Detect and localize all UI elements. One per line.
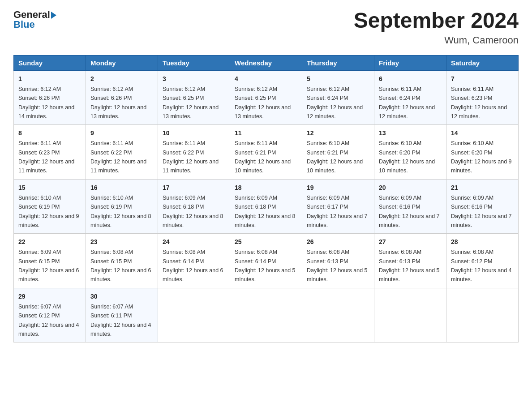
day-number: 20: [379, 183, 442, 193]
calendar-day-cell: 1 Sunrise: 6:12 AMSunset: 6:26 PMDayligh…: [14, 70, 86, 125]
calendar-day-cell: 25 Sunrise: 6:08 AMSunset: 6:14 PMDaylig…: [230, 234, 302, 288]
day-info: Sunrise: 6:09 AMSunset: 6:16 PMDaylight:…: [379, 195, 440, 228]
weekday-header: Wednesday: [230, 55, 302, 70]
day-number: 19: [307, 183, 369, 193]
day-number: 24: [163, 237, 225, 247]
day-info: Sunrise: 6:09 AMSunset: 6:18 PMDaylight:…: [163, 195, 223, 228]
day-number: 5: [307, 74, 369, 84]
logo-block: General Blue: [13, 9, 56, 30]
calendar-day-cell: 30 Sunrise: 6:07 AMSunset: 6:11 PMDaylig…: [86, 288, 158, 342]
calendar-day-cell: 28 Sunrise: 6:08 AMSunset: 6:12 PMDaylig…: [446, 234, 519, 288]
day-info: Sunrise: 6:09 AMSunset: 6:18 PMDaylight:…: [235, 195, 296, 228]
calendar-day-cell: 13 Sunrise: 6:10 AMSunset: 6:20 PMDaylig…: [374, 125, 446, 180]
day-info: Sunrise: 6:11 AMSunset: 6:23 PMDaylight:…: [451, 86, 507, 120]
calendar-day-cell: [374, 288, 446, 342]
page-subtitle: Wum, Cameroon: [354, 34, 519, 46]
day-info: Sunrise: 6:08 AMSunset: 6:13 PMDaylight:…: [379, 249, 440, 283]
day-number: 4: [235, 74, 297, 84]
day-number: 12: [307, 128, 369, 138]
day-info: Sunrise: 6:11 AMSunset: 6:22 PMDaylight:…: [163, 140, 219, 174]
day-info: Sunrise: 6:12 AMSunset: 6:26 PMDaylight:…: [18, 86, 74, 120]
day-number: 21: [451, 183, 514, 193]
day-number: 17: [163, 183, 225, 193]
day-info: Sunrise: 6:08 AMSunset: 6:12 PMDaylight:…: [451, 249, 512, 283]
day-info: Sunrise: 6:12 AMSunset: 6:25 PMDaylight:…: [163, 86, 219, 120]
weekday-header: Monday: [86, 55, 158, 70]
day-info: Sunrise: 6:08 AMSunset: 6:15 PMDaylight:…: [90, 249, 151, 283]
day-number: 22: [18, 237, 81, 247]
weekday-header-row: SundayMondayTuesdayWednesdayThursdayFrid…: [14, 55, 519, 70]
calendar-week-row: 22 Sunrise: 6:09 AMSunset: 6:15 PMDaylig…: [14, 234, 519, 288]
calendar-day-cell: 10 Sunrise: 6:11 AMSunset: 6:22 PMDaylig…: [158, 125, 230, 180]
calendar-day-cell: 17 Sunrise: 6:09 AMSunset: 6:18 PMDaylig…: [158, 179, 230, 234]
day-info: Sunrise: 6:11 AMSunset: 6:22 PMDaylight:…: [90, 140, 146, 174]
day-number: 9: [90, 128, 153, 138]
day-info: Sunrise: 6:08 AMSunset: 6:13 PMDaylight:…: [307, 249, 368, 283]
page-header: General Blue September 2024 Wum, Cameroo…: [13, 9, 519, 46]
calendar-day-cell: 19 Sunrise: 6:09 AMSunset: 6:17 PMDaylig…: [302, 179, 374, 234]
calendar-day-cell: 12 Sunrise: 6:10 AMSunset: 6:21 PMDaylig…: [302, 125, 374, 180]
calendar-day-cell: 11 Sunrise: 6:11 AMSunset: 6:21 PMDaylig…: [230, 125, 302, 180]
day-number: 26: [307, 237, 369, 247]
weekday-header: Tuesday: [158, 55, 230, 70]
calendar-day-cell: 14 Sunrise: 6:10 AMSunset: 6:20 PMDaylig…: [446, 125, 519, 180]
day-number: 8: [18, 128, 81, 138]
weekday-header: Saturday: [446, 55, 519, 70]
calendar-day-cell: 6 Sunrise: 6:11 AMSunset: 6:24 PMDayligh…: [374, 70, 446, 125]
day-info: Sunrise: 6:09 AMSunset: 6:15 PMDaylight:…: [18, 249, 79, 283]
day-info: Sunrise: 6:11 AMSunset: 6:21 PMDaylight:…: [235, 140, 291, 174]
day-info: Sunrise: 6:12 AMSunset: 6:25 PMDaylight:…: [235, 86, 291, 120]
calendar-day-cell: 22 Sunrise: 6:09 AMSunset: 6:15 PMDaylig…: [14, 234, 86, 288]
day-info: Sunrise: 6:11 AMSunset: 6:24 PMDaylight:…: [379, 86, 435, 120]
day-info: Sunrise: 6:08 AMSunset: 6:14 PMDaylight:…: [163, 249, 223, 283]
day-number: 3: [163, 74, 225, 84]
logo-text-blue: Blue: [13, 19, 35, 30]
calendar-day-cell: 21 Sunrise: 6:09 AMSunset: 6:16 PMDaylig…: [446, 179, 519, 234]
day-number: 14: [451, 128, 514, 138]
calendar-week-row: 29 Sunrise: 6:07 AMSunset: 6:12 PMDaylig…: [14, 288, 519, 342]
day-number: 30: [90, 292, 153, 301]
day-info: Sunrise: 6:12 AMSunset: 6:26 PMDaylight:…: [90, 86, 146, 120]
day-number: 27: [379, 237, 442, 247]
calendar-day-cell: 15 Sunrise: 6:10 AMSunset: 6:19 PMDaylig…: [14, 179, 86, 234]
calendar-day-cell: [230, 288, 302, 342]
calendar-day-cell: 18 Sunrise: 6:09 AMSunset: 6:18 PMDaylig…: [230, 179, 302, 234]
day-info: Sunrise: 6:11 AMSunset: 6:23 PMDaylight:…: [18, 140, 74, 174]
calendar-day-cell: 29 Sunrise: 6:07 AMSunset: 6:12 PMDaylig…: [14, 288, 86, 342]
day-number: 15: [18, 183, 81, 193]
weekday-header: Sunday: [14, 55, 86, 70]
day-info: Sunrise: 6:09 AMSunset: 6:16 PMDaylight:…: [451, 195, 512, 228]
day-number: 7: [451, 74, 514, 84]
calendar-week-row: 1 Sunrise: 6:12 AMSunset: 6:26 PMDayligh…: [14, 70, 519, 125]
logo-arrow-icon: [51, 12, 56, 19]
day-number: 16: [90, 183, 153, 193]
calendar-table: SundayMondayTuesdayWednesdayThursdayFrid…: [13, 55, 519, 343]
title-block: September 2024 Wum, Cameroon: [354, 9, 519, 46]
day-number: 29: [18, 292, 81, 301]
calendar-day-cell: 27 Sunrise: 6:08 AMSunset: 6:13 PMDaylig…: [374, 234, 446, 288]
day-number: 13: [379, 128, 442, 138]
calendar-day-cell: 7 Sunrise: 6:11 AMSunset: 6:23 PMDayligh…: [446, 70, 519, 125]
day-number: 25: [235, 237, 297, 247]
day-number: 23: [90, 237, 153, 247]
calendar-day-cell: 4 Sunrise: 6:12 AMSunset: 6:25 PMDayligh…: [230, 70, 302, 125]
weekday-header: Friday: [374, 55, 446, 70]
calendar-day-cell: 24 Sunrise: 6:08 AMSunset: 6:14 PMDaylig…: [158, 234, 230, 288]
calendar-day-cell: [446, 288, 519, 342]
day-info: Sunrise: 6:07 AMSunset: 6:11 PMDaylight:…: [90, 304, 151, 337]
day-number: 28: [451, 237, 514, 247]
day-info: Sunrise: 6:10 AMSunset: 6:21 PMDaylight:…: [307, 140, 363, 174]
calendar-day-cell: 8 Sunrise: 6:11 AMSunset: 6:23 PMDayligh…: [14, 125, 86, 180]
day-number: 1: [18, 74, 81, 84]
day-info: Sunrise: 6:09 AMSunset: 6:17 PMDaylight:…: [307, 195, 368, 228]
day-info: Sunrise: 6:12 AMSunset: 6:24 PMDaylight:…: [307, 86, 363, 120]
calendar-day-cell: [302, 288, 374, 342]
day-info: Sunrise: 6:10 AMSunset: 6:20 PMDaylight:…: [451, 140, 512, 174]
calendar-day-cell: 5 Sunrise: 6:12 AMSunset: 6:24 PMDayligh…: [302, 70, 374, 125]
day-number: 11: [235, 128, 297, 138]
calendar-day-cell: 16 Sunrise: 6:10 AMSunset: 6:19 PMDaylig…: [86, 179, 158, 234]
page-title: September 2024: [354, 9, 519, 33]
logo: General Blue: [13, 9, 56, 30]
calendar-day-cell: 9 Sunrise: 6:11 AMSunset: 6:22 PMDayligh…: [86, 125, 158, 180]
calendar-day-cell: 20 Sunrise: 6:09 AMSunset: 6:16 PMDaylig…: [374, 179, 446, 234]
